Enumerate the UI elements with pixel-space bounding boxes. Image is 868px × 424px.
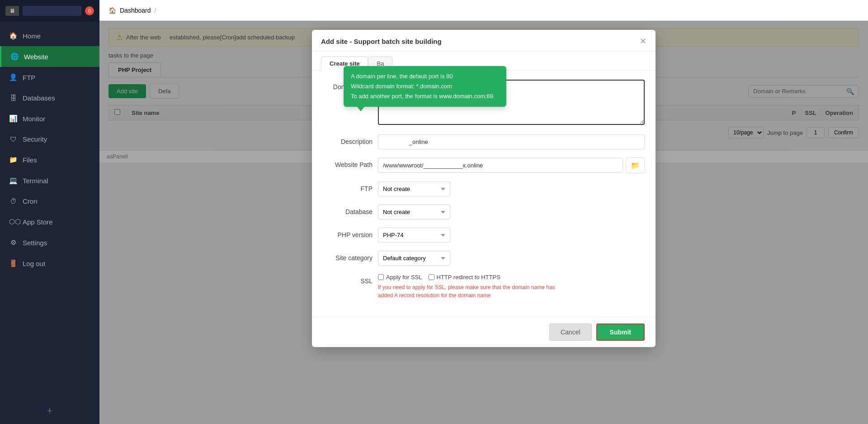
settings-icon: ⚙ [9, 238, 17, 247]
ssl-warning-text: If you need to apply for SSL, please mak… [378, 283, 645, 300]
tooltip-bubble: A domain per line, the default port is 8… [344, 66, 506, 107]
database-field: Not create Create [378, 205, 645, 219]
sidebar-header: 🖥 0 [0, 0, 99, 22]
ftp-row: FTP Not create Create [323, 181, 645, 196]
path-field: 📁 [378, 157, 645, 173]
php-label: PHP version [323, 228, 373, 238]
description-row: Description [323, 134, 645, 149]
logout-icon: 🚪 [9, 259, 17, 267]
terminal-icon: 💻 [9, 176, 17, 185]
sidebar-label-security: Security [23, 135, 47, 143]
sidebar-label-files: Files [23, 156, 37, 164]
ssl-redirect-checkbox-label: HTTP redirect to HTTPS [429, 274, 500, 281]
ftp-field: Not create Create [378, 181, 645, 196]
ssl-apply-label: Apply for SSL [386, 274, 422, 281]
category-field: Default category [378, 251, 645, 266]
sidebar-item-databases[interactable]: 🗄 Databases [0, 88, 99, 108]
category-select[interactable]: Default category [378, 251, 450, 266]
php-row: PHP version PHP-74 PHP-80 PHP-81 [323, 228, 645, 243]
sidebar-label-home: Home [23, 32, 41, 40]
sidebar-label-ftp: FTP [23, 74, 35, 81]
sidebar-item-monitor[interactable]: 📊 Monitor [0, 108, 99, 129]
sidebar-label-website: Website [24, 53, 48, 61]
sidebar-item-home[interactable]: 🏠 Home [0, 25, 99, 46]
server-name [23, 6, 81, 16]
ssl-redirect-checkbox[interactable] [429, 274, 434, 280]
sidebar-item-appstore[interactable]: ⬡⬡ App Store [0, 211, 99, 232]
monitor-icon: 🖥 [5, 6, 19, 16]
php-select[interactable]: PHP-74 PHP-80 PHP-81 [378, 228, 450, 243]
sidebar-label-terminal: Terminal [23, 177, 48, 185]
website-icon: 🌐 [10, 52, 19, 61]
files-icon: 📁 [9, 156, 17, 164]
sidebar-nav: 🏠 Home 🌐 Website 👤 FTP 🗄 Databases 📊 Mon… [0, 22, 99, 398]
notification-badge[interactable]: 0 [85, 6, 94, 15]
cron-icon: ⏱ [9, 197, 17, 205]
path-row: Website Path 📁 [323, 157, 645, 173]
sidebar-item-files[interactable]: 📁 Files [0, 149, 99, 170]
sidebar: 🖥 0 🏠 Home 🌐 Website 👤 FTP 🗄 Databases 📊… [0, 0, 99, 424]
sidebar-label-settings: Settings [23, 239, 47, 247]
submit-button[interactable]: Submit [596, 324, 645, 341]
modal-title: Add site - Support batch site building [321, 38, 442, 45]
sidebar-item-logout[interactable]: 🚪 Log out [0, 253, 99, 274]
sidebar-item-security[interactable]: 🛡 Security [0, 129, 99, 149]
category-label: Site category [323, 251, 373, 262]
sidebar-item-terminal[interactable]: 💻 Terminal [0, 170, 99, 191]
sidebar-label-monitor: Monitor [23, 115, 45, 123]
sidebar-item-website[interactable]: 🌐 Website [0, 46, 99, 67]
path-label: Website Path [323, 157, 373, 168]
ftp-select[interactable]: Not create Create [378, 181, 450, 196]
folder-button[interactable]: 📁 [626, 157, 645, 173]
tooltip-line3: To add another port, the format is www.d… [351, 91, 499, 101]
database-label: Database [323, 205, 373, 215]
ssl-field: Apply for SSL HTTP redirect to HTTPS If … [378, 274, 645, 300]
sidebar-item-settings[interactable]: ⚙ Settings [0, 232, 99, 253]
security-icon: 🛡 [9, 135, 17, 143]
content-area: ⚠ After the web established, please[Cron… [99, 21, 868, 424]
sidebar-item-ftp[interactable]: 👤 FTP [0, 67, 99, 88]
monitor-nav-icon: 📊 [9, 114, 17, 123]
sidebar-add-button[interactable]: + [0, 398, 99, 424]
home-breadcrumb-icon: 🏠 [108, 7, 116, 14]
cancel-button[interactable]: Cancel [549, 324, 592, 341]
ssl-row: SSL Apply for SSL HTTP redirect to HTTPS [323, 274, 645, 300]
ftp-icon: 👤 [9, 73, 17, 81]
ssl-label: SSL [323, 274, 373, 285]
ssl-options: Apply for SSL HTTP redirect to HTTPS [378, 274, 645, 281]
appstore-icon: ⬡⬡ [9, 218, 17, 226]
ssl-apply-checkbox[interactable] [378, 274, 384, 280]
sidebar-item-cron[interactable]: ⏱ Cron [0, 191, 99, 211]
home-icon: 🏠 [9, 32, 17, 40]
sidebar-label-logout: Log out [23, 260, 45, 267]
breadcrumb-separator: / [155, 7, 156, 14]
modal-header: Add site - Support batch site building ✕ [312, 30, 656, 51]
database-select[interactable]: Not create Create [378, 205, 450, 219]
path-input[interactable] [378, 158, 623, 173]
topbar: 🏠 Dashboard / [99, 0, 868, 21]
php-field: PHP-74 PHP-80 PHP-81 [378, 228, 645, 243]
modal-footer: Cancel Submit [312, 317, 656, 347]
sidebar-label-databases: Databases [23, 94, 55, 102]
ftp-label: FTP [323, 181, 373, 192]
modal-overlay: A domain per line, the default port is 8… [99, 21, 868, 424]
database-row: Database Not create Create [323, 205, 645, 219]
description-field [378, 134, 645, 149]
tooltip-line1: A domain per line, the default port is 8… [351, 71, 499, 81]
modal-close-button[interactable]: ✕ [640, 36, 646, 46]
category-row: Site category Default category [323, 251, 645, 266]
description-label: Description [323, 134, 373, 145]
main-area: 🏠 Dashboard / ⚠ After the web establishe… [99, 0, 868, 424]
sidebar-label-cron: Cron [23, 197, 38, 205]
breadcrumb-dashboard[interactable]: Dashboard [120, 7, 151, 14]
ssl-redirect-label: HTTP redirect to HTTPS [437, 274, 500, 281]
databases-icon: 🗄 [9, 94, 17, 102]
sidebar-label-appstore: App Store [23, 218, 53, 226]
tooltip-line2: Wildcard domain format: *.domain.com [351, 81, 499, 91]
ssl-apply-checkbox-label: Apply for SSL [378, 274, 422, 281]
description-input[interactable] [378, 134, 645, 149]
